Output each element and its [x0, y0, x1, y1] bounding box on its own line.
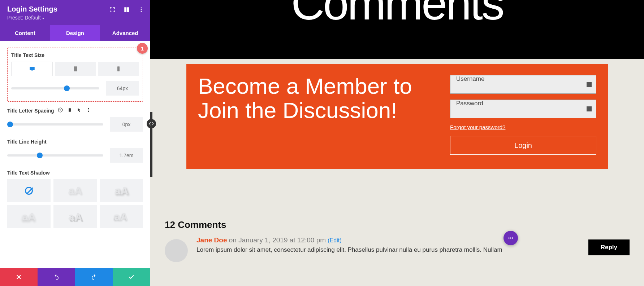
title-text-size-value[interactable]: 64px: [106, 81, 139, 96]
panel-header-actions: [109, 6, 144, 14]
forgot-password-link[interactable]: Forgot your password?: [450, 124, 596, 130]
title-line-height-value[interactable]: 1.7em: [110, 148, 143, 163]
avatar: [165, 239, 188, 262]
svg-point-9: [88, 110, 89, 110]
title-text-size-label: Title Text Size: [11, 52, 139, 58]
responsive-icon[interactable]: [67, 107, 72, 114]
panel-tabs: Content Design Advanced: [0, 25, 150, 41]
none-icon: [25, 187, 33, 195]
step-badge: 1: [137, 43, 148, 54]
tab-design[interactable]: Design: [50, 25, 100, 41]
title-letter-spacing-label: Title Letter Spacing ?: [7, 107, 143, 114]
title-text-shadow-section: Title Text Shadow aA aA aA aA aA: [7, 170, 143, 228]
svg-point-0: [141, 7, 142, 8]
login-module: Become a Member to Join the Discussion! …: [186, 64, 608, 169]
help-icon[interactable]: ?: [58, 107, 63, 114]
shadow-preset-1[interactable]: aA: [53, 179, 97, 202]
shadow-preset-3[interactable]: aA: [7, 205, 51, 228]
comment-author[interactable]: Jane Doe: [196, 236, 227, 244]
svg-point-1: [141, 9, 142, 10]
save-button[interactable]: [113, 268, 150, 286]
svg-point-10: [88, 111, 89, 112]
svg-rect-7: [69, 108, 71, 111]
autofill-icon: [587, 106, 592, 111]
comment-edit-link[interactable]: (Edit): [328, 237, 341, 243]
title-line-height-slider[interactable]: [7, 154, 103, 157]
panel-header: Login Settings Preset: Default ▾: [0, 0, 150, 25]
tab-content[interactable]: Content: [0, 25, 50, 41]
comment-item: Jane Doe on January 1, 2019 at 12:00 pm …: [165, 236, 630, 262]
shadow-preset-4[interactable]: aA: [53, 205, 97, 228]
module-options-fab[interactable]: [503, 231, 518, 245]
tab-advanced[interactable]: Advanced: [100, 25, 150, 41]
highlighted-setting: 1 Title Text Size 64px: [7, 48, 143, 102]
device-phone[interactable]: [98, 62, 139, 76]
svg-point-11: [508, 237, 509, 238]
svg-rect-4: [117, 66, 120, 71]
shadow-preset-5[interactable]: aA: [100, 205, 143, 228]
preset-dropdown[interactable]: Preset: Default ▾: [7, 15, 143, 21]
hover-icon[interactable]: [77, 107, 82, 114]
title-line-height-label: Title Line Height: [7, 139, 143, 145]
login-button[interactable]: Login: [450, 136, 596, 155]
svg-point-13: [512, 237, 513, 238]
svg-point-8: [88, 108, 89, 109]
panel-footer: [0, 268, 150, 286]
autofill-icon: [587, 82, 592, 87]
title-letter-spacing-section: Title Letter Spacing ? 0px: [7, 107, 143, 132]
hero-title: Comments: [291, 0, 503, 30]
settings-panel: Login Settings Preset: Default ▾ Content…: [0, 0, 150, 286]
title-text-size-slider[interactable]: [11, 87, 99, 89]
shadow-none[interactable]: [7, 179, 51, 202]
columns-icon[interactable]: [124, 6, 130, 14]
preview-canvas: Comments Become a Member to Join the Dis…: [150, 0, 644, 286]
more-icon[interactable]: [138, 6, 144, 14]
expand-icon[interactable]: [109, 6, 116, 14]
comments-heading: 12 Comments: [165, 219, 630, 230]
title-letter-spacing-slider[interactable]: [7, 123, 103, 126]
comment-date: January 1, 2019 at 12:00 pm: [238, 236, 326, 244]
resize-handle[interactable]: [147, 119, 156, 128]
more-options-icon[interactable]: [86, 107, 91, 114]
comment-date-prefix: on: [229, 236, 238, 244]
preset-label: Preset: Default: [7, 15, 41, 21]
shadow-preset-2[interactable]: aA: [100, 179, 143, 202]
reply-button[interactable]: Reply: [588, 239, 630, 255]
password-input[interactable]: Password: [450, 100, 596, 118]
redo-button[interactable]: [75, 268, 113, 286]
title-letter-spacing-value[interactable]: 0px: [110, 117, 143, 132]
username-input[interactable]: Username: [450, 75, 596, 94]
chevron-down-icon: ▾: [42, 16, 44, 20]
title-line-height-section: Title Line Height 1.7em: [7, 139, 143, 163]
svg-text:?: ?: [59, 109, 61, 112]
responsive-device-tabs: [11, 62, 139, 76]
login-title: Become a Member to Join the Discussion!: [198, 74, 436, 123]
svg-rect-3: [74, 66, 77, 71]
hero-section: Comments: [150, 0, 644, 59]
title-text-shadow-label: Title Text Shadow: [7, 170, 143, 176]
undo-button[interactable]: [38, 268, 75, 286]
comments-section: 12 Comments Jane Doe on January 1, 2019 …: [165, 219, 630, 262]
close-button[interactable]: [0, 268, 38, 286]
svg-point-12: [510, 237, 511, 238]
comment-text: Lorem ipsum dolor sit amet, consectetur …: [196, 246, 630, 254]
comment-meta: Jane Doe on January 1, 2019 at 12:00 pm …: [196, 236, 630, 244]
settings-body: 1 Title Text Size 64px Title Letter Spac…: [0, 41, 150, 268]
device-desktop[interactable]: [11, 62, 53, 76]
svg-point-2: [141, 11, 142, 12]
device-tablet[interactable]: [55, 62, 96, 76]
